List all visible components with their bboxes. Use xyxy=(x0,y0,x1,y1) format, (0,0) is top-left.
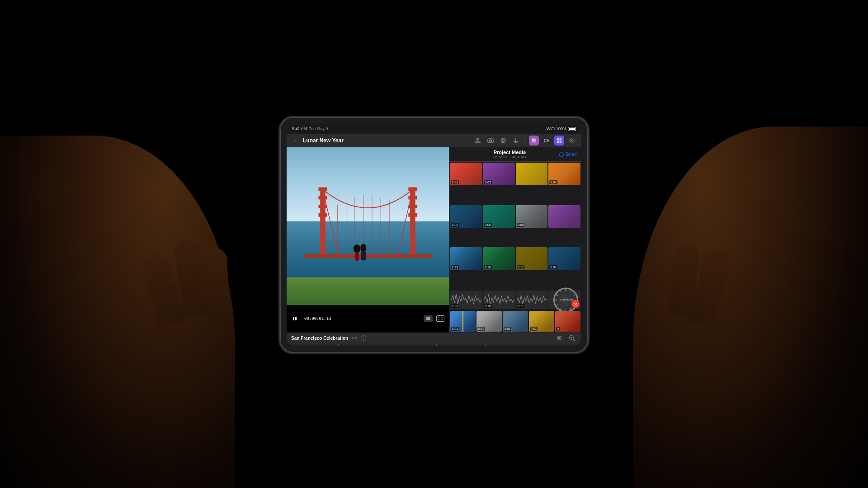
facetime-button[interactable] xyxy=(542,136,552,145)
bottom-thumb-3[interactable]: 0:01 xyxy=(503,311,528,332)
ipad-frame: 9:41 AM Tue May 9 WiFi 100% ‹ Lunar New … xyxy=(280,117,588,352)
timecode-display: 00:00:01:14 xyxy=(302,315,334,322)
zoom-timeline-button[interactable] xyxy=(567,333,577,343)
project-name: Lunar New Year xyxy=(303,137,344,144)
media-thumb-6[interactable]: 0:06 xyxy=(483,205,515,228)
ipad-screen: 9:41 AM Tue May 9 WiFi 100% ‹ Lunar New … xyxy=(287,124,581,346)
timeline-ruler: 00:00:05 00:00:10 00:00:15 00:00:20 xyxy=(287,343,581,346)
svg-rect-37 xyxy=(560,153,563,156)
select-button[interactable]: Select xyxy=(559,152,578,157)
bottom-thumb-4[interactable]: 0:01 xyxy=(529,311,554,332)
camera-button[interactable] xyxy=(486,136,495,145)
svg-line-49 xyxy=(561,291,561,292)
svg-point-31 xyxy=(354,244,360,253)
bt-duration-3: 0:01 xyxy=(504,327,512,331)
export-button[interactable] xyxy=(473,136,483,145)
timeline-area: San Francisco Celebration 0:32 i xyxy=(287,333,581,346)
media-thumb-9[interactable]: 2:33 xyxy=(450,247,482,270)
svg-point-2 xyxy=(501,138,505,143)
media-thumb-1[interactable]: 0:02 xyxy=(450,163,482,185)
title-bar: ‹ Lunar New Year xyxy=(287,134,581,147)
wifi-icon: WiFi xyxy=(547,127,555,131)
waveform-cell-1[interactable]: 2:33 xyxy=(450,291,482,309)
media-thumb-12[interactable]: 0:04 xyxy=(548,247,580,270)
media-thumb-10[interactable]: 0:18 xyxy=(483,247,515,270)
ground xyxy=(287,277,449,305)
svg-rect-20 xyxy=(408,204,417,208)
video-controls: 00:00:01:14 38 xyxy=(287,305,449,333)
svg-line-39 xyxy=(571,291,571,292)
bt-duration-2: 0:02 xyxy=(477,327,486,331)
media-thumb-11[interactable]: 0:11 xyxy=(516,247,548,270)
svg-point-1 xyxy=(490,140,492,142)
svg-rect-6 xyxy=(544,139,547,142)
waveform-time-1: 2:33 xyxy=(451,304,459,308)
select-label: Select xyxy=(565,152,578,157)
media-thumb-2[interactable]: 0:03 xyxy=(483,163,515,185)
video-preview: 00:00:01:14 38 xyxy=(287,147,449,333)
svg-rect-7 xyxy=(557,138,559,141)
svg-point-3 xyxy=(502,140,504,141)
bottom-thumb-2[interactable]: 0:02 xyxy=(476,311,502,332)
svg-line-40 xyxy=(574,295,575,296)
close-dial-button[interactable]: ✕ xyxy=(571,300,580,308)
battery-bar xyxy=(568,127,576,131)
ruler-mark-2: 00:00:10 xyxy=(363,344,411,346)
media-thumb-7[interactable]: 0:08 xyxy=(516,205,548,228)
waveform-cell-2[interactable]: 0:18 xyxy=(483,291,515,309)
fullscreen-button[interactable] xyxy=(436,315,444,322)
bottom-thumb-5[interactable]: 0 xyxy=(555,311,580,332)
waveform-time-2: 0:18 xyxy=(484,304,492,308)
svg-rect-10 xyxy=(560,141,562,143)
play-pause-button[interactable] xyxy=(291,315,298,322)
svg-rect-16 xyxy=(318,213,327,217)
waveform-time-3: 0:11 xyxy=(517,304,525,308)
share-button[interactable] xyxy=(511,136,521,145)
photos-button[interactable] xyxy=(529,136,539,145)
zoom-level: 38 xyxy=(424,315,433,322)
media-thumb-3[interactable] xyxy=(516,163,548,185)
back-button[interactable]: ‹ xyxy=(291,136,299,145)
media-subtitle: 26 Items · 349.4 MB xyxy=(494,155,526,159)
info-icon[interactable]: i xyxy=(361,335,366,341)
thumb-duration-1: 0:02 xyxy=(451,180,459,184)
status-bar: 9:41 AM Tue May 9 WiFi 100% xyxy=(287,124,581,134)
thumb-duration-11: 0:11 xyxy=(517,265,525,269)
finger-left-3 xyxy=(204,248,230,321)
svg-point-33 xyxy=(360,244,366,251)
ruler-mark-4: 00:00:20 xyxy=(461,344,509,346)
svg-rect-30 xyxy=(303,254,433,258)
thumb-duration-12: 0:04 xyxy=(549,265,557,269)
settings-button[interactable] xyxy=(498,136,508,145)
ruler-mark-3: 00:00:15 xyxy=(412,344,461,346)
bottom-thumb-1[interactable]: 0:01 xyxy=(450,311,476,332)
thumb-duration-6: 0:06 xyxy=(484,223,492,227)
dial-cell: PLAYHEAD xyxy=(548,291,580,309)
media-browser: Project Media 26 Items · 349.4 MB Select… xyxy=(449,147,581,333)
media-thumb-4[interactable]: 0:04 xyxy=(548,163,580,185)
svg-rect-32 xyxy=(355,253,359,261)
svg-line-46 xyxy=(557,305,558,305)
media-thumb-8[interactable] xyxy=(548,205,580,228)
divider xyxy=(524,136,525,145)
svg-line-43 xyxy=(571,308,571,309)
media-header: Project Media 26 Items · 349.4 MB Select xyxy=(449,147,581,162)
waveform-cell-3[interactable]: 0:11 xyxy=(516,291,548,309)
bt-duration-1: 0:01 xyxy=(451,327,459,331)
settings-timeline-button[interactable] xyxy=(554,333,564,343)
media-title: Project Media xyxy=(494,150,526,155)
ruler-mark-5: 00:00:25 xyxy=(510,344,559,346)
timeline-duration: 0:32 xyxy=(350,336,359,340)
app-icon-button[interactable] xyxy=(554,136,564,145)
background: 9:41 AM Tue May 9 WiFi 100% ‹ Lunar New … xyxy=(0,0,868,488)
status-time: 9:41 AM xyxy=(292,127,307,131)
media-thumb-5[interactable]: 0:02 xyxy=(450,205,482,228)
bt-duration-4: 0:01 xyxy=(530,327,538,331)
svg-rect-34 xyxy=(361,252,366,260)
close-button[interactable] xyxy=(567,136,577,145)
bridge-svg xyxy=(303,175,433,277)
svg-line-45 xyxy=(561,308,561,309)
svg-rect-36 xyxy=(295,317,297,320)
svg-line-48 xyxy=(557,295,558,296)
svg-rect-19 xyxy=(408,196,417,199)
